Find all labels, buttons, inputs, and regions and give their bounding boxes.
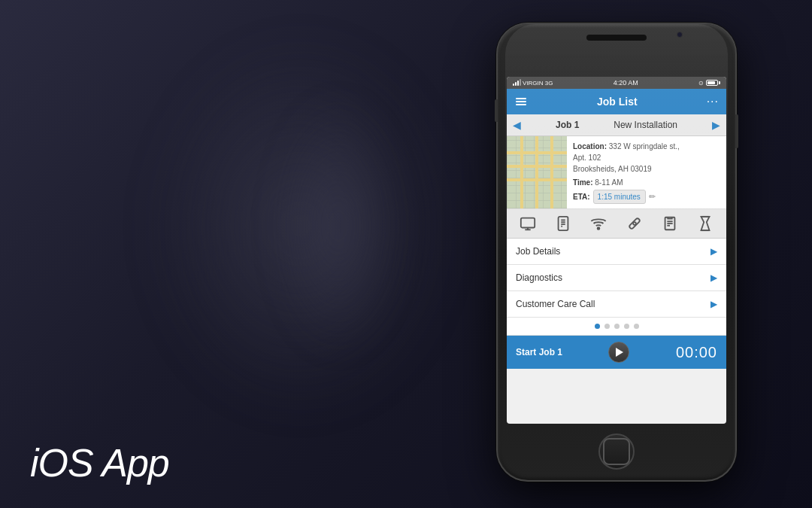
- time-label: Time:: [573, 178, 593, 187]
- map-road-v3: [550, 136, 553, 208]
- pagination-dot-4[interactable]: [624, 324, 629, 329]
- nav-title: Job List: [597, 96, 638, 108]
- svg-point-8: [598, 227, 600, 230]
- job-details-arrow-icon: ▶: [710, 246, 717, 257]
- timer-display: 00:00: [676, 344, 717, 361]
- battery-icon: [706, 80, 720, 86]
- hourglass-toolbar-button[interactable]: [694, 214, 717, 233]
- phone-camera: [677, 32, 683, 38]
- battery-tip: [719, 81, 720, 84]
- svg-rect-0: [520, 218, 534, 228]
- phone-power-button: [735, 114, 738, 148]
- signal-bar-2: [515, 82, 517, 86]
- signal-bar-3: [517, 81, 519, 86]
- nav-bar: Job List ···: [507, 89, 726, 114]
- phone-volume-button: [495, 99, 498, 122]
- phone-toolbar-button[interactable]: [552, 214, 574, 233]
- job-type-label: New Installation: [614, 120, 677, 130]
- job-details-label: Job Details: [516, 246, 560, 257]
- status-right: ⊙: [698, 80, 720, 87]
- eta-edit-icon[interactable]: ✏: [649, 190, 656, 203]
- phone-body: VIRGIN 3G 4:20 AM ⊙: [496, 23, 737, 482]
- pagination-dot-2[interactable]: [604, 324, 610, 329]
- diagnostics-label: Diagnostics: [516, 272, 562, 283]
- location-row: Location: 332 W springdale st.,Apt. 102B…: [573, 141, 720, 175]
- customer-care-arrow-icon: ▶: [710, 299, 717, 309]
- wifi-status-icon: ⊙: [698, 80, 704, 87]
- battery-body: [706, 80, 718, 86]
- status-bar: VIRGIN 3G 4:20 AM ⊙: [507, 77, 726, 89]
- wifi-toolbar-button[interactable]: [587, 214, 610, 233]
- signal-bar-1: [513, 84, 514, 86]
- job-info-area: Location: 332 W springdale st.,Apt. 102B…: [507, 136, 726, 209]
- bottom-action-bar: Start Job 1 00:00: [507, 336, 726, 369]
- battery-fill: [707, 81, 715, 84]
- next-job-button[interactable]: ▶: [712, 119, 720, 131]
- phone-speaker: [586, 35, 647, 41]
- more-options-button[interactable]: ···: [707, 95, 719, 108]
- customer-care-label: Customer Care Call: [516, 299, 595, 309]
- menu-line-2: [516, 101, 526, 102]
- eta-row: ETA: 1:15 minutes ✏: [573, 190, 720, 204]
- signal-area: VIRGIN 3G: [513, 80, 553, 87]
- menu-list: Job Details ▶ Diagnostics ▶ Customer Car…: [507, 239, 726, 318]
- diagnostics-arrow-icon: ▶: [710, 272, 717, 283]
- pagination-dots: [507, 318, 726, 336]
- map-road-v2: [535, 136, 538, 208]
- signal-bars: [513, 80, 521, 86]
- eta-label: ETA:: [573, 191, 590, 202]
- phone-wrapper: VIRGIN 3G 4:20 AM ⊙: [496, 23, 737, 482]
- location-label: Location:: [573, 142, 607, 151]
- job-details-text: Location: 332 W springdale st.,Apt. 102B…: [567, 136, 726, 208]
- icon-toolbar: [507, 209, 726, 239]
- play-triangle-icon: [616, 348, 623, 357]
- map-thumbnail[interactable]: [507, 136, 567, 208]
- diagnostics-menu-item[interactable]: Diagnostics ▶: [507, 265, 726, 291]
- carrier-text: VIRGIN 3G: [523, 80, 553, 87]
- bandage-toolbar-button[interactable]: [623, 214, 646, 233]
- map-road-v1: [520, 136, 523, 208]
- status-time: 4:20 AM: [614, 79, 638, 87]
- ios-app-label: iOS App: [30, 440, 169, 485]
- svg-rect-9: [629, 217, 641, 230]
- eta-input[interactable]: 1:15 minutes: [593, 190, 646, 204]
- phone-screen: VIRGIN 3G 4:20 AM ⊙: [507, 77, 726, 424]
- menu-button[interactable]: [514, 96, 528, 107]
- signal-bar-4: [520, 79, 521, 86]
- svg-point-10: [633, 222, 636, 225]
- home-button[interactable]: [598, 433, 635, 470]
- tv-toolbar-button[interactable]: [517, 214, 539, 233]
- job-number-label: Job 1: [556, 120, 579, 130]
- job-header: ◀ Job 1 New Installation ▶: [507, 114, 726, 136]
- job-details-menu-item[interactable]: Job Details ▶: [507, 239, 726, 265]
- pagination-dot-1[interactable]: [595, 324, 600, 329]
- pagination-dot-3[interactable]: [614, 324, 620, 329]
- start-job-label: Start Job 1: [516, 347, 562, 357]
- time-row: Time: 8-11 AM: [573, 177, 720, 188]
- prev-job-button[interactable]: ◀: [513, 119, 521, 131]
- time-value: 8-11 AM: [595, 178, 623, 187]
- customer-care-menu-item[interactable]: Customer Care Call ▶: [507, 291, 726, 318]
- clipboard-toolbar-button[interactable]: [659, 214, 681, 233]
- menu-line-1: [516, 98, 526, 99]
- pagination-dot-5[interactable]: [634, 324, 639, 329]
- play-button[interactable]: [608, 342, 629, 363]
- menu-line-3: [516, 104, 526, 105]
